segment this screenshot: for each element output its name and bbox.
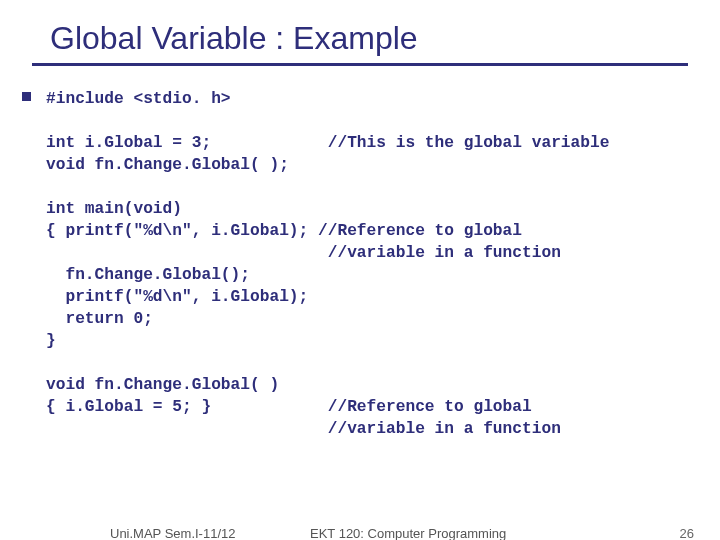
slide: Global Variable : Example #include <stdi… xyxy=(0,0,720,540)
footer-page-number: 26 xyxy=(680,526,694,540)
bullet-icon xyxy=(22,92,31,101)
slide-title: Global Variable : Example xyxy=(0,0,720,61)
footer-center: EKT 120: Computer Programming xyxy=(310,526,506,540)
slide-body: #include <stdio. h> int i.Global = 3; //… xyxy=(0,66,720,441)
code-block: #include <stdio. h> int i.Global = 3; //… xyxy=(46,88,708,441)
footer-left: Uni.MAP Sem.I-11/12 xyxy=(110,526,235,540)
